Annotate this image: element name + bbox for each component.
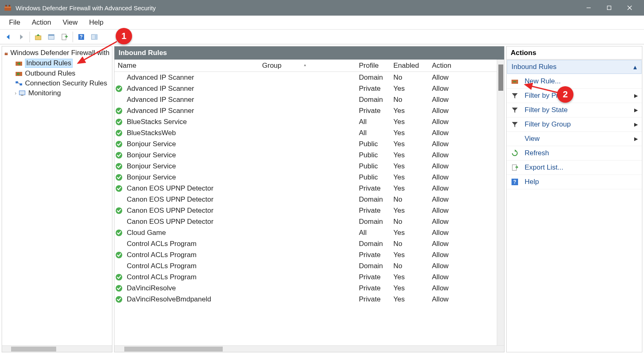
cell-enabled: No bbox=[390, 218, 429, 226]
filter-icon bbox=[511, 106, 519, 114]
cell-profile: Private bbox=[356, 107, 390, 115]
tree-outbound-rules[interactable]: Outbound Rules bbox=[3, 69, 111, 78]
export-button[interactable] bbox=[59, 31, 70, 43]
action-help[interactable]: ?Help bbox=[507, 175, 642, 189]
actions-header: Actions bbox=[507, 46, 642, 60]
status-icon bbox=[114, 163, 123, 170]
table-row[interactable]: Control ACLs ProgramPrivateYesAllow bbox=[114, 249, 497, 260]
status-icon bbox=[114, 207, 123, 214]
table-row[interactable]: Bonjour ServicePublicYesAllow bbox=[114, 172, 497, 183]
cell-enabled: Yes bbox=[390, 162, 429, 170]
properties-button[interactable] bbox=[46, 31, 57, 43]
col-group[interactable]: Group▴ bbox=[259, 62, 356, 70]
titlebar: Windows Defender Firewall with Advanced … bbox=[0, 0, 644, 16]
col-name[interactable]: Name bbox=[114, 62, 259, 70]
cell-profile: Private bbox=[356, 85, 390, 93]
menu-view[interactable]: View bbox=[57, 16, 84, 29]
annotation-bubble-1: 1 bbox=[116, 28, 132, 44]
table-row[interactable]: BlueStacks ServiceAllYesAllow bbox=[114, 116, 497, 127]
menu-help[interactable]: Help bbox=[83, 16, 109, 29]
svg-point-30 bbox=[116, 141, 122, 147]
close-button[interactable] bbox=[619, 0, 640, 16]
cell-action: Allow bbox=[429, 251, 456, 259]
actions-section-header[interactable]: Inbound Rules ▴ bbox=[507, 60, 642, 74]
action-export-list[interactable]: Export List... bbox=[507, 161, 642, 175]
table-row[interactable]: Advanced IP ScannerDomainNoAllow bbox=[114, 72, 497, 83]
table-row[interactable]: Advanced IP ScannerPrivateYesAllow bbox=[114, 83, 497, 94]
tree-panel: Windows Defender Firewall with Inbound R… bbox=[2, 46, 112, 352]
annotation-bubble-2: 2 bbox=[557, 86, 573, 103]
annotation-arrow-1 bbox=[74, 39, 119, 68]
chevron-right-icon: ▶ bbox=[634, 93, 638, 99]
action-refresh[interactable]: Refresh bbox=[507, 146, 642, 161]
table-row[interactable]: Bonjour ServicePublicYesAllow bbox=[114, 161, 497, 172]
refresh-icon bbox=[511, 149, 519, 157]
rules-hscrollbar[interactable] bbox=[114, 345, 504, 352]
table-row[interactable]: Bonjour ServicePublicYesAllow bbox=[114, 149, 497, 161]
cell-action: Allow bbox=[429, 262, 456, 270]
table-row[interactable]: Canon EOS UPNP DetectorPrivateYesAllow bbox=[114, 183, 497, 194]
expand-icon[interactable]: › bbox=[13, 90, 18, 96]
menu-action[interactable]: Action bbox=[26, 16, 57, 29]
toolbar-separator bbox=[30, 32, 30, 42]
col-profile[interactable]: Profile bbox=[356, 62, 390, 70]
cell-action: Allow bbox=[429, 107, 456, 115]
tree-monitoring[interactable]: › Monitoring bbox=[3, 88, 111, 98]
rules-vscrollbar[interactable] bbox=[497, 60, 504, 345]
back-button[interactable] bbox=[2, 31, 14, 43]
table-row[interactable]: Advanced IP ScannerPrivateYesAllow bbox=[114, 105, 497, 116]
action-filter-by-state[interactable]: Filter by State▶ bbox=[507, 103, 642, 117]
svg-point-34 bbox=[116, 185, 122, 192]
chevron-right-icon: ▶ bbox=[634, 136, 638, 142]
col-enabled[interactable]: Enabled bbox=[390, 62, 429, 70]
filter-icon bbox=[511, 92, 519, 100]
table-row[interactable]: Control ACLs ProgramDomainNoAllow bbox=[114, 260, 497, 271]
table-row[interactable]: Canon EOS UPNP DetectorPrivateYesAllow bbox=[114, 205, 497, 216]
rules-table-header: Name Group▴ Profile Enabled Action bbox=[114, 60, 497, 72]
table-row[interactable]: Cloud GameAllYesAllow bbox=[114, 227, 497, 238]
table-row[interactable]: Canon EOS UPNP DetectorDomainNoAllow bbox=[114, 216, 497, 227]
cell-enabled: Yes bbox=[390, 129, 429, 137]
connsec-icon bbox=[15, 80, 23, 87]
maximize-button[interactable] bbox=[599, 0, 619, 16]
menu-file[interactable]: File bbox=[3, 16, 26, 29]
svg-rect-42 bbox=[512, 165, 516, 170]
cell-profile: All bbox=[356, 229, 390, 237]
cell-action: Allow bbox=[429, 173, 456, 182]
forward-button[interactable] bbox=[16, 31, 27, 43]
newrule-icon bbox=[511, 77, 519, 85]
cell-action: Allow bbox=[429, 129, 456, 137]
sort-caret-icon: ▴ bbox=[304, 62, 306, 67]
export-icon bbox=[511, 163, 519, 172]
annotation-arrow-2 bbox=[522, 81, 561, 97]
status-icon bbox=[114, 174, 123, 181]
cell-enabled: No bbox=[390, 74, 429, 82]
svg-rect-25 bbox=[21, 95, 23, 96]
table-row[interactable]: DaVinciResolveBmdpaneldPrivateYesAllow bbox=[114, 294, 497, 305]
table-row[interactable]: Advanced IP ScannerDomainNoAllow bbox=[114, 94, 497, 105]
cell-enabled: No bbox=[390, 195, 429, 204]
action-label: Filter by State bbox=[525, 106, 634, 114]
status-icon bbox=[114, 274, 123, 281]
minimize-button[interactable] bbox=[578, 0, 599, 16]
firewall-icon bbox=[5, 49, 8, 57]
table-row[interactable]: BlueStacksWebAllYesAllow bbox=[114, 127, 497, 138]
table-row[interactable]: Bonjour ServicePublicYesAllow bbox=[114, 138, 497, 149]
table-row[interactable]: Control ACLs ProgramPrivateYesAllow bbox=[114, 271, 497, 283]
cell-action: Allow bbox=[429, 140, 456, 148]
col-action[interactable]: Action bbox=[429, 62, 456, 70]
table-row[interactable]: Control ACLs ProgramDomainNoAllow bbox=[114, 238, 497, 249]
action-filter-by-group[interactable]: Filter by Group▶ bbox=[507, 117, 642, 132]
table-row[interactable]: Canon EOS UPNP DetectorDomainNoAllow bbox=[114, 194, 497, 205]
tree-connection-security[interactable]: Connection Security Rules bbox=[3, 78, 111, 88]
action-label: Refresh bbox=[525, 149, 638, 157]
tree-hscrollbar[interactable] bbox=[2, 345, 112, 352]
action-view[interactable]: View▶ bbox=[507, 132, 642, 146]
cell-profile: Private bbox=[356, 273, 390, 281]
cell-profile: Public bbox=[356, 151, 390, 159]
cell-action: Allow bbox=[429, 273, 456, 281]
svg-point-29 bbox=[116, 130, 122, 136]
status-icon bbox=[114, 140, 123, 148]
up-button[interactable] bbox=[32, 31, 44, 43]
table-row[interactable]: DaVinciResolvePrivateYesAllow bbox=[114, 283, 497, 294]
